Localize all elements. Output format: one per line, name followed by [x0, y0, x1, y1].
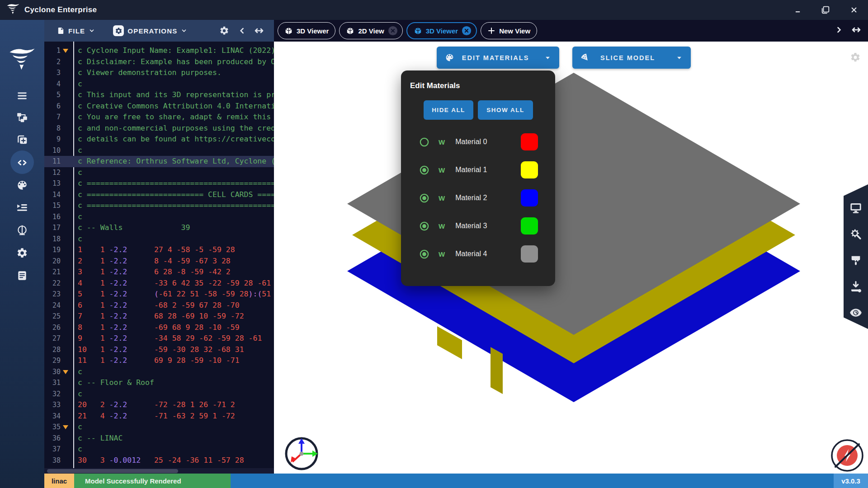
material-color-swatch[interactable] [521, 189, 538, 206]
editor-line[interactable]: 268 1 -2.2 -69 68 9 28 -10 -59 [44, 322, 274, 333]
sidebar-item-indent[interactable] [0, 202, 44, 214]
line-content: c This input and its 3D representation i… [78, 89, 274, 101]
hide-all-button[interactable]: HIDE ALL [424, 100, 473, 120]
material-color-swatch[interactable] [521, 217, 538, 235]
display-button[interactable] [844, 202, 868, 214]
editor-line[interactable]: 7c You are free to share, adapt & remix … [44, 112, 274, 123]
sidebar-item-hierarchy[interactable] [0, 112, 44, 123]
paint-button[interactable] [844, 254, 868, 267]
line-number: 26 [44, 322, 61, 333]
editor-line[interactable]: 13c ====================================… [44, 178, 274, 189]
new-view-tab[interactable]: New View [481, 22, 537, 39]
editor-line[interactable]: 202 1 -2.2 8 -4 -59 -67 3 28 [44, 256, 274, 267]
editor-line[interactable]: 235 1 -2.2 (-61 22 51 -58 -59 28):(51 [44, 289, 274, 300]
editor-line[interactable]: 9c details can be found at https://creat… [44, 134, 274, 145]
tab-3d-viewer[interactable]: 3D Viewer [406, 22, 477, 39]
editor-line[interactable]: 10c [44, 145, 274, 156]
visibility-button[interactable] [844, 306, 868, 319]
sidebar-item-palette[interactable] [0, 179, 44, 191]
editor-line[interactable]: 36c -- LINAC [44, 433, 274, 444]
tab-close-icon[interactable] [462, 26, 472, 36]
sidebar-item-menu[interactable] [0, 90, 44, 102]
editor-line[interactable]: 8c and non-commercial purposes using the… [44, 123, 274, 134]
minimize-button[interactable] [788, 0, 808, 20]
file-icon [57, 26, 65, 35]
editor-line[interactable]: 3830 3 -0.0012 25 -24 -36 11 -57 28 [44, 455, 274, 466]
editor-line[interactable]: 2911 1 -2.2 69 9 28 -59 -10 -71 [44, 355, 274, 366]
editor-line[interactable]: 257 1 -2.2 68 28 -69 10 -59 -72 [44, 311, 274, 322]
show-all-button[interactable]: SHOW ALL [478, 100, 533, 120]
sidebar-item-settings[interactable] [0, 247, 44, 259]
editor-line[interactable]: 213 1 -2.2 6 28 -8 -59 -42 2 [44, 267, 274, 278]
resize-panel-button[interactable] [254, 25, 264, 36]
editor-line[interactable]: 3320 2 -2.2 -72 -28 1 26 -71 2 [44, 399, 274, 411]
editor-line[interactable]: 37c [44, 444, 274, 455]
file-menu[interactable]: FILE [57, 26, 95, 35]
editor-line[interactable]: 18c [44, 234, 274, 245]
editor-line[interactable]: 30c [44, 366, 274, 378]
render-disabled-button[interactable] [830, 438, 864, 473]
tab-3d-viewer[interactable]: 3D Viewer [278, 22, 335, 39]
render-settings-button[interactable] [844, 228, 868, 240]
axis-gizmo[interactable] [284, 436, 319, 471]
tab-scroll-right-button[interactable] [835, 25, 844, 36]
material-visibility-radio[interactable] [419, 221, 429, 231]
viewer-settings-button[interactable] [850, 52, 861, 65]
line-number: 16 [44, 211, 61, 223]
viewer-canvas[interactable] [274, 42, 868, 474]
cyclone-logo-large-icon [0, 47, 44, 71]
material-visibility-radio[interactable] [419, 193, 429, 203]
fold-marker-icon[interactable] [63, 370, 68, 374]
editor-line[interactable]: 15c ====================================… [44, 200, 274, 211]
cyclone-logo-icon [6, 3, 20, 17]
editor-line[interactable]: 17c -- Walls 39 [44, 222, 274, 234]
editor-line[interactable]: 16c [44, 211, 274, 223]
edit-materials-button[interactable]: EDIT MATERIALS [437, 47, 559, 69]
material-color-swatch[interactable] [521, 133, 538, 150]
sidebar-item-add-card[interactable] [0, 134, 44, 145]
editor-line[interactable]: 2810 1 -2.2 -59 -30 28 32 -68 31 [44, 344, 274, 356]
tab-label: 3D Viewer [426, 27, 458, 35]
editor-line[interactable]: 5c This input and its 3D representation … [44, 89, 274, 101]
close-button[interactable] [844, 0, 864, 20]
editor-line[interactable]: 6c Creative Commons Attribution 4.0 Inte… [44, 101, 274, 112]
code-editor[interactable]: 1c Cyclone Input Name: Example1: LINAC (… [44, 42, 274, 474]
material-visibility-radio[interactable] [419, 137, 429, 147]
fold-marker-icon[interactable] [63, 425, 68, 429]
editor-line[interactable]: 3421 4 -2.2 -71 -63 2 59 1 -72 [44, 411, 274, 422]
editor-line[interactable]: 4c [44, 79, 274, 90]
editor-line[interactable]: 11c Reference: Orthrus Software Ltd, Cyc… [44, 156, 274, 167]
editor-line[interactable]: 3c Viewer demonstration purposes. [44, 67, 274, 79]
editor-line[interactable]: 31c -- Floor & Roof [44, 377, 274, 389]
tab-close-icon[interactable] [388, 26, 398, 36]
editor-settings-button[interactable] [219, 26, 229, 36]
sidebar-item-document[interactable] [0, 270, 44, 282]
download-button[interactable] [844, 280, 868, 293]
tab-2d-view[interactable]: 2D View [339, 22, 402, 39]
collapse-panel-button[interactable] [238, 26, 247, 35]
operations-menu[interactable]: OPERATIONS [113, 25, 187, 36]
editor-line[interactable]: 191 1 -2.2 27 4 -58 -5 -59 28 [44, 244, 274, 256]
sidebar-item-axis[interactable] [0, 225, 44, 236]
tabbar-resize-button[interactable] [851, 24, 862, 37]
restore-button[interactable] [815, 0, 836, 20]
editor-line[interactable]: 12c [44, 167, 274, 178]
editor-line[interactable]: 246 1 -2.2 -68 2 -59 67 28 -70 [44, 300, 274, 311]
slice-model-button[interactable]: SLICE MODEL [572, 47, 691, 69]
editor-line[interactable]: 279 1 -2.2 -34 58 29 -62 -59 28 -61 [44, 333, 274, 344]
editor-line[interactable]: 32c [44, 389, 274, 400]
editor-line[interactable]: 1c Cyclone Input Name: Example1: LINAC (… [44, 45, 274, 56]
scrollbar-thumb[interactable] [47, 469, 178, 473]
material-row: WMaterial 0 [401, 132, 555, 152]
editor-line[interactable]: 14c ========================== CELL CARD… [44, 189, 274, 201]
fold-marker-icon[interactable] [63, 49, 68, 53]
material-color-swatch[interactable] [521, 245, 538, 263]
editor-line[interactable]: 2c Disclaimer: Example has been produced… [44, 56, 274, 68]
sidebar-item-code[interactable] [0, 157, 44, 169]
material-visibility-radio[interactable] [419, 249, 429, 259]
material-color-swatch[interactable] [521, 161, 538, 178]
editor-line[interactable]: 35c [44, 422, 274, 433]
editor-line[interactable]: 224 1 -2.2 -33 6 42 35 -22 -59 28 -61 [44, 278, 274, 289]
editor-horizontal-scrollbar[interactable] [44, 468, 274, 474]
material-visibility-radio[interactable] [419, 165, 429, 175]
